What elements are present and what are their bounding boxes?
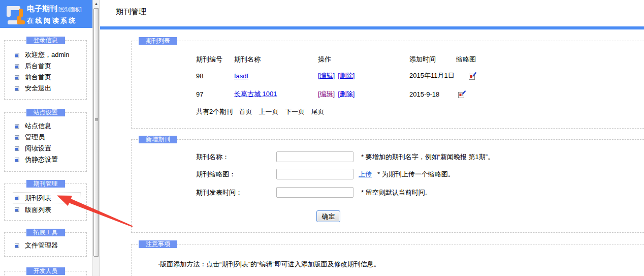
journal-table: 期刊编号 期刊名称 操作 添加时间 缩略图 98 fasdf [编辑][删除] <box>196 52 517 103</box>
sidebar-section-developers: 开发人员 <box>4 271 87 276</box>
publish-time-input[interactable] <box>276 187 353 198</box>
sidebar-item-site-info[interactable]: 站点信息 <box>5 120 86 132</box>
edit-link[interactable]: [编辑] <box>318 90 335 98</box>
sidebar-item-pseudo-static[interactable]: 伪静态设置 <box>5 154 86 165</box>
thumbnail-hint: * 为期刊上传一个缩略图。 <box>377 168 455 180</box>
scroll-up-arrow-icon[interactable]: ▲ <box>93 2 100 7</box>
sidebar-section-tools: 拓展工具 文件管理器 <box>4 232 87 257</box>
square-bullet-icon <box>15 158 19 162</box>
journal-id: 98 <box>196 67 234 85</box>
col-header-id: 期刊编号 <box>196 52 234 67</box>
pagination-summary: 共有2个期刊 <box>196 108 233 115</box>
sidebar-item-layout-list[interactable]: 版面列表 <box>5 204 86 216</box>
main-content: 期刊管理 期刊列表 期刊编号 期刊名称 操作 添加时间 缩略图 98 <box>100 0 644 276</box>
square-bullet-icon <box>15 196 19 200</box>
thumbnail-input[interactable] <box>276 169 353 179</box>
form-row-thumbnail: 期刊缩略图： 上传 * 为期刊上传一个缩略图。 <box>196 168 644 180</box>
sidebar-item-logout[interactable]: 安全退出 <box>5 83 86 94</box>
scrollbar-thumb[interactable] <box>93 8 99 257</box>
square-bullet-icon <box>15 135 19 140</box>
app-window: 电子期刊[控制面板] 在线阅读系统 登录信息 欢迎您，admin 后台首页 前台… <box>0 0 644 276</box>
col-header-thumb: 缩略图 <box>456 52 517 67</box>
square-bullet-icon <box>15 53 19 57</box>
col-header-name: 期刊名称 <box>234 52 318 67</box>
title-divider-bar <box>100 26 644 29</box>
sidebar-item-journal-list[interactable]: 期刊列表 <box>5 192 86 204</box>
sidebar-item-backend-home[interactable]: 后台首页 <box>5 60 86 72</box>
form-row-journal-name: 期刊名称： * 要增加的期刊名字，例如“新闻晚报 第1期”。 <box>196 151 644 163</box>
notes-panel-title: 注意事项 <box>139 240 177 248</box>
journal-name-input[interactable] <box>276 151 353 162</box>
section-title-site: 站点设置 <box>26 109 65 116</box>
sidebar-section-login: 登录信息 欢迎您，admin 后台首页 前台首页 安全退出 <box>4 40 87 100</box>
app-title: 电子期刊 <box>27 4 57 13</box>
pagination: 共有2个期刊 首页 上一页 下一页 尾页 <box>196 107 329 116</box>
pagination-last[interactable]: 尾页 <box>311 108 325 115</box>
square-bullet-icon <box>15 75 19 80</box>
journal-date: 2015年11月1日 <box>409 67 456 85</box>
section-title-login: 登录信息 <box>26 37 65 44</box>
sidebar-item-file-manager[interactable]: 文件管理器 <box>5 240 86 251</box>
scrollbar-grip <box>95 118 98 121</box>
square-bullet-icon <box>15 243 19 248</box>
square-bullet-icon <box>15 64 19 69</box>
delete-link[interactable]: [删除] <box>338 90 355 98</box>
page-title: 期刊管理 <box>116 7 146 17</box>
sidebar-item-reading-settings[interactable]: 阅读设置 <box>5 143 86 154</box>
journal-date: 2015-9-18 <box>409 85 456 103</box>
broken-image-icon <box>458 90 466 99</box>
app-title-badge: [控制面板] <box>58 7 82 12</box>
section-title-tools: 拓展工具 <box>26 229 65 236</box>
col-header-date: 添加时间 <box>409 52 456 67</box>
confirm-button[interactable]: 确定 <box>316 210 340 222</box>
journal-list-panel: 期刊列表 期刊编号 期刊名称 操作 添加时间 缩略图 98 fasdf <box>131 41 644 129</box>
journal-list-panel-title: 期刊列表 <box>139 37 177 45</box>
journal-name-hint: * 要增加的期刊名字，例如“新闻晚报 第1期”。 <box>361 151 494 163</box>
sidebar-item-welcome-admin: 欢迎您，admin <box>5 49 86 60</box>
thumbnail-label: 期刊缩略图： <box>196 168 236 180</box>
sidebar: 电子期刊[控制面板] 在线阅读系统 登录信息 欢迎您，admin 后台首页 前台… <box>0 0 92 276</box>
notes-panel: 注意事项 ·版面添加方法：点击“期刊列表”的“编辑”即可进入添加版面及修改期刊信… <box>131 244 644 276</box>
col-header-ops: 操作 <box>318 52 409 67</box>
app-subtitle: 在线阅读系统 <box>27 16 82 25</box>
pagination-next[interactable]: 下一页 <box>285 108 305 115</box>
app-title-block: 电子期刊[控制面板] 在线阅读系统 <box>27 4 82 25</box>
publish-time-label: 期刊发表时间： <box>196 187 242 199</box>
journal-name-link[interactable]: 长葛古城 1001 <box>234 90 277 98</box>
square-bullet-icon <box>15 124 19 129</box>
square-bullet-icon <box>15 207 19 212</box>
journal-name-label: 期刊名称： <box>196 151 229 163</box>
add-journal-panel: 新增期刊 期刊名称： * 要增加的期刊名字，例如“新闻晚报 第1期”。 期刊缩略… <box>131 139 644 233</box>
app-logo-icon <box>2 3 25 26</box>
sidebar-header: 电子期刊[控制面板] 在线阅读系统 <box>0 0 92 28</box>
sidebar-section-site: 站点设置 站点信息 管理员 阅读设置 伪静态设置 <box>4 112 87 172</box>
sidebar-item-frontend-home[interactable]: 前台首页 <box>5 72 86 83</box>
add-journal-panel-title: 新增期刊 <box>139 136 177 143</box>
delete-link[interactable]: [删除] <box>338 72 355 79</box>
upload-link[interactable]: 上传 <box>359 168 372 180</box>
journal-id: 97 <box>196 85 234 103</box>
square-bullet-icon <box>15 146 19 151</box>
pagination-prev[interactable]: 上一页 <box>259 108 278 115</box>
table-row: 98 fasdf [编辑][删除] 2015年11月1日 <box>196 67 517 85</box>
publish-time-hint: * 留空则默认当前时间。 <box>361 187 432 199</box>
note-text: ·版面添加方法：点击“期刊列表”的“编辑”即可进入添加版面及修改期刊信息。 <box>158 260 380 269</box>
edit-link[interactable]: [编辑] <box>318 72 335 79</box>
broken-image-icon <box>469 72 477 80</box>
form-row-publish-time: 期刊发表时间： * 留空则默认当前时间。 <box>196 187 644 199</box>
sidebar-section-journal: 期刊管理 期刊列表 版面列表 <box>4 183 87 221</box>
section-title-developers: 开发人员 <box>26 267 65 275</box>
sidebar-scrollbar[interactable]: ▲ <box>92 0 100 276</box>
square-bullet-icon <box>15 86 19 91</box>
section-title-journal: 期刊管理 <box>26 180 65 188</box>
table-row: 97 长葛古城 1001 [编辑][删除] 2015-9-18 <box>196 85 517 103</box>
pagination-first[interactable]: 首页 <box>239 108 252 115</box>
journal-name-link[interactable]: fasdf <box>234 72 248 80</box>
sidebar-item-admins[interactable]: 管理员 <box>5 132 86 143</box>
